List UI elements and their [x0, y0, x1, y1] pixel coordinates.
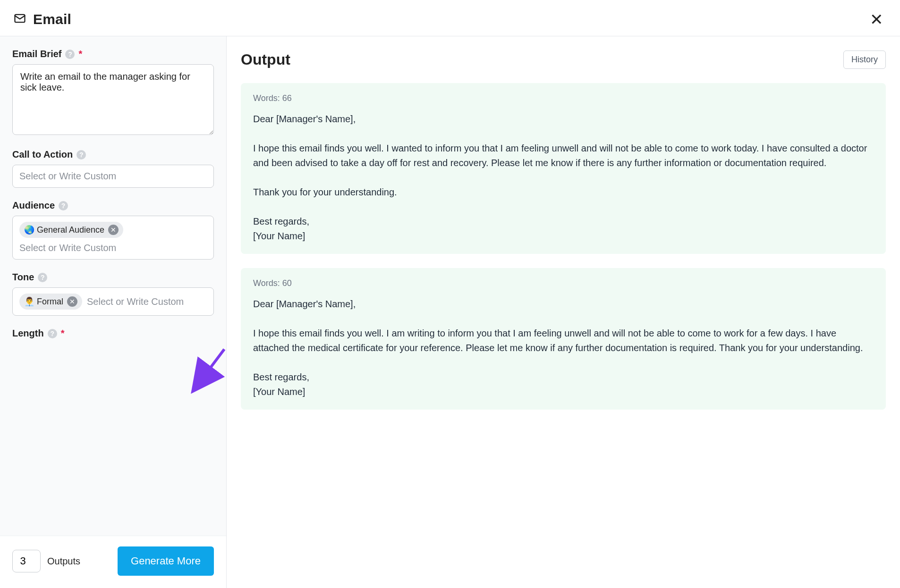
tone-chip: 👨‍💼 Formal ✕	[19, 294, 82, 310]
output-card[interactable]: Words: 66Dear [Manager's Name], I hope t…	[241, 83, 886, 254]
help-icon[interactable]: ?	[65, 50, 75, 59]
field-length: Length ? *	[12, 328, 214, 339]
close-icon[interactable]: ✕	[870, 11, 883, 27]
length-label: Length	[12, 328, 44, 339]
modal-header: Email ✕	[0, 0, 900, 36]
audience-input[interactable]: 🌏 General Audience ✕ Select or Write Cus…	[12, 216, 214, 260]
field-tone: Tone ? 👨‍💼 Formal ✕ Select or Write Cust…	[12, 272, 214, 316]
help-icon[interactable]: ?	[48, 329, 57, 338]
audience-placeholder: Select or Write Custom	[19, 243, 207, 253]
mail-icon	[13, 12, 26, 27]
output-card[interactable]: Words: 60Dear [Manager's Name], I hope t…	[241, 268, 886, 410]
audience-label: Audience	[12, 200, 55, 211]
page-title: Email	[33, 11, 71, 27]
field-audience: Audience ? 🌏 General Audience ✕ Select o…	[12, 200, 214, 260]
tone-label: Tone	[12, 272, 34, 283]
word-count: Words: 60	[253, 278, 874, 288]
tone-chip-label: 👨‍💼 Formal	[24, 296, 63, 307]
help-icon[interactable]: ?	[59, 201, 68, 210]
audience-chip: 🌏 General Audience ✕	[19, 222, 123, 238]
audience-chip-label: 🌏 General Audience	[24, 225, 104, 235]
help-icon[interactable]: ?	[76, 150, 86, 160]
email-brief-input[interactable]	[12, 64, 214, 135]
generate-more-button[interactable]: Generate More	[118, 546, 214, 576]
tone-input[interactable]: 👨‍💼 Formal ✕ Select or Write Custom	[12, 287, 214, 316]
history-button[interactable]: History	[843, 50, 886, 69]
outputs-stepper[interactable]	[12, 550, 41, 572]
outputs-label: Outputs	[47, 556, 80, 567]
chip-remove-icon[interactable]: ✕	[67, 296, 77, 307]
field-email-brief: Email Brief ? *	[12, 49, 214, 137]
tone-placeholder: Select or Write Custom	[87, 296, 184, 307]
cta-label: Call to Action	[12, 149, 73, 160]
field-cta: Call to Action ? Select or Write Custom	[12, 149, 214, 188]
output-body: Dear [Manager's Name], I hope this email…	[253, 297, 874, 399]
output-body: Dear [Manager's Name], I hope this email…	[253, 112, 874, 244]
cta-placeholder: Select or Write Custom	[19, 171, 116, 182]
word-count: Words: 66	[253, 93, 874, 103]
help-icon[interactable]: ?	[38, 273, 47, 282]
cta-input[interactable]: Select or Write Custom	[12, 165, 214, 188]
email-brief-label: Email Brief	[12, 49, 61, 59]
chip-remove-icon[interactable]: ✕	[108, 225, 119, 235]
output-title: Output	[241, 51, 290, 68]
form-footer: Outputs Generate More	[0, 536, 226, 588]
required-mark: *	[61, 328, 65, 339]
required-mark: *	[78, 49, 82, 59]
